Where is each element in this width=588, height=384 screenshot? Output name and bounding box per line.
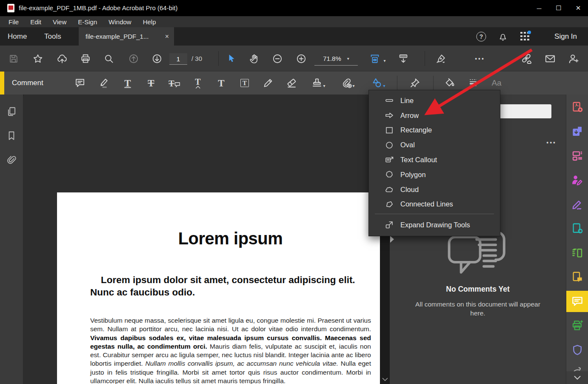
page-total-label: / 30 (191, 46, 202, 72)
text-properties-icon[interactable]: Aa (491, 78, 501, 88)
document-view: Lorem ipsum Lorem ipsum dolor sit amet, … (24, 95, 380, 384)
print-icon[interactable] (80, 53, 91, 64)
send-for-comments-icon[interactable] (571, 271, 584, 284)
underline-text-icon[interactable]: T (124, 78, 131, 88)
oval-icon (384, 140, 394, 150)
minimize-button[interactable]: ─ (529, 0, 549, 16)
replace-text-icon[interactable]: T (168, 79, 180, 88)
tab-close-icon[interactable]: × (165, 33, 169, 40)
tab-tools[interactable]: Tools (44, 27, 61, 46)
pin-icon[interactable] (409, 77, 421, 89)
tab-bar: Home Tools file-example_PDF_1... × ? Sig… (0, 27, 588, 46)
protect-pdf-icon[interactable] (571, 344, 584, 356)
fit-width-icon[interactable] (369, 53, 381, 64)
no-comments-illustration-icon (446, 230, 510, 280)
menu-item-cloud[interactable]: Cloud (369, 182, 500, 197)
menu-separator (375, 214, 494, 214)
line-thickness-icon[interactable] (468, 77, 479, 89)
attach-caret-icon[interactable]: ▾ (352, 83, 354, 88)
menu-item-polygon[interactable]: Polygon (369, 167, 500, 182)
maximize-button[interactable]: ☐ (549, 0, 568, 16)
help-icon[interactable]: ? (477, 32, 486, 41)
select-tool-icon[interactable] (225, 53, 237, 64)
app-grid-icon[interactable] (520, 32, 530, 41)
share-link-icon[interactable] (520, 53, 532, 65)
stamp-icon[interactable] (311, 77, 323, 89)
export-pdf-icon[interactable] (571, 222, 584, 235)
drawing-tools-icon[interactable] (371, 77, 383, 89)
insert-text-icon[interactable]: T (195, 77, 200, 89)
previous-page-icon[interactable] (128, 53, 139, 64)
polygon-icon (384, 170, 394, 179)
expand-icon (384, 220, 394, 229)
strikethrough-text-icon[interactable]: T (148, 78, 154, 88)
page-thumbnails-icon[interactable] (6, 106, 17, 117)
menu-view[interactable]: View (53, 18, 66, 26)
fill-and-sign-icon[interactable] (571, 198, 584, 211)
create-pdf-icon[interactable] (571, 101, 584, 114)
sign-in-button[interactable]: Sign In (554, 27, 577, 46)
arrow-icon (384, 111, 394, 120)
share-with-people-icon[interactable] (568, 53, 579, 65)
zoom-in-icon[interactable] (296, 53, 307, 64)
zoom-out-icon[interactable] (272, 53, 283, 64)
toolbar-separator (433, 76, 434, 90)
acrobat-window: file-example_PDF_1MB.pdf - Adobe Acrobat… (0, 0, 588, 384)
organize-pages-icon[interactable] (571, 149, 584, 162)
attach-file-icon[interactable] (341, 77, 353, 89)
add-text-icon[interactable]: T (218, 78, 224, 88)
email-icon[interactable] (545, 53, 556, 64)
close-window-button[interactable]: ✕ (568, 0, 588, 16)
menu-item-rectangle[interactable]: Rectangle (369, 123, 500, 138)
bookmarks-icon[interactable] (6, 130, 17, 141)
edit-pdf-icon[interactable] (571, 246, 584, 259)
tab-document[interactable]: file-example_PDF_1... × (79, 27, 174, 46)
expand-panel-icon[interactable] (390, 236, 394, 243)
title-bar: file-example_PDF_1MB.pdf - Adobe Acrobat… (0, 0, 588, 16)
comment-tool-active[interactable] (566, 291, 588, 312)
next-page-icon[interactable] (151, 53, 163, 64)
menu-item-oval[interactable]: Oval (369, 138, 500, 152)
save-icon[interactable] (9, 53, 19, 64)
menu-window[interactable]: Window (108, 18, 131, 26)
menu-item-line[interactable]: Line (369, 93, 500, 108)
menu-file[interactable]: File (9, 18, 19, 26)
find-icon[interactable] (103, 53, 114, 64)
drawing-tools-caret-icon[interactable]: ▾ (383, 83, 385, 88)
scroll-down-icon[interactable] (382, 377, 388, 381)
menu-item-expand-drawing-tools[interactable]: Expand Drawing Tools (369, 216, 500, 233)
menu-help[interactable]: Help (143, 18, 156, 26)
page-number-input[interactable] (169, 53, 187, 65)
menu-item-text-callout[interactable]: Text Callout (369, 152, 500, 167)
sign-pen-icon[interactable] (435, 53, 447, 65)
print-production-icon[interactable] (571, 319, 584, 332)
menu-item-connected-lines[interactable]: Connected Lines (369, 197, 500, 212)
menu-item-arrow[interactable]: Arrow (369, 108, 500, 123)
star-favorite-icon[interactable] (32, 53, 43, 64)
text-box-icon[interactable]: T (240, 79, 249, 87)
rail-scroll-down[interactable] (566, 371, 588, 384)
cloud-upload-icon[interactable] (57, 53, 68, 64)
menu-esign[interactable]: E-Sign (78, 18, 97, 26)
notifications-bell-icon[interactable] (498, 32, 508, 42)
combine-files-icon[interactable] (571, 125, 584, 138)
attachments-icon[interactable] (6, 154, 17, 165)
zoom-level-control[interactable]: 71.8% ▾ (314, 52, 358, 66)
fit-options-caret-icon[interactable]: ▾ (383, 58, 385, 63)
scrolling-mode-icon[interactable] (398, 53, 409, 64)
stamp-caret-icon[interactable]: ▾ (323, 83, 325, 88)
window-title: file-example_PDF_1MB.pdf - Adobe Acrobat… (19, 0, 178, 16)
panel-more-options-icon[interactable]: ••• (546, 139, 557, 146)
draw-pencil-icon[interactable] (263, 77, 274, 89)
tab-home[interactable]: Home (8, 27, 27, 46)
pdf-page[interactable]: Lorem ipsum Lorem ipsum dolor sit amet, … (57, 192, 404, 384)
eraser-icon[interactable] (286, 77, 297, 89)
no-comments-title: No Comments Yet (390, 285, 566, 294)
hand-tool-icon[interactable] (248, 53, 260, 64)
request-esignatures-icon[interactable] (571, 174, 584, 186)
fill-color-icon[interactable] (444, 77, 456, 89)
sticky-note-icon[interactable] (74, 77, 86, 89)
more-tools-icon[interactable]: ••• (475, 55, 485, 62)
menu-edit[interactable]: Edit (30, 18, 41, 26)
highlight-text-icon[interactable] (98, 77, 110, 89)
